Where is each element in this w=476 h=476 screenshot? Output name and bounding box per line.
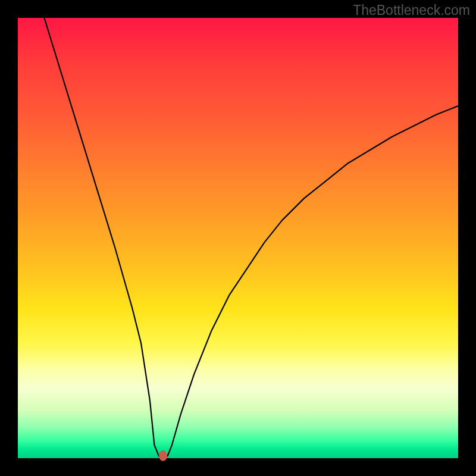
curve-svg: [18, 18, 458, 458]
plot-area: [18, 18, 458, 458]
chart-container: TheBottleneck.com: [0, 0, 476, 476]
bottleneck-curve-path: [44, 18, 458, 456]
watermark-text: TheBottleneck.com: [353, 2, 470, 18]
minimum-marker: [159, 450, 167, 461]
